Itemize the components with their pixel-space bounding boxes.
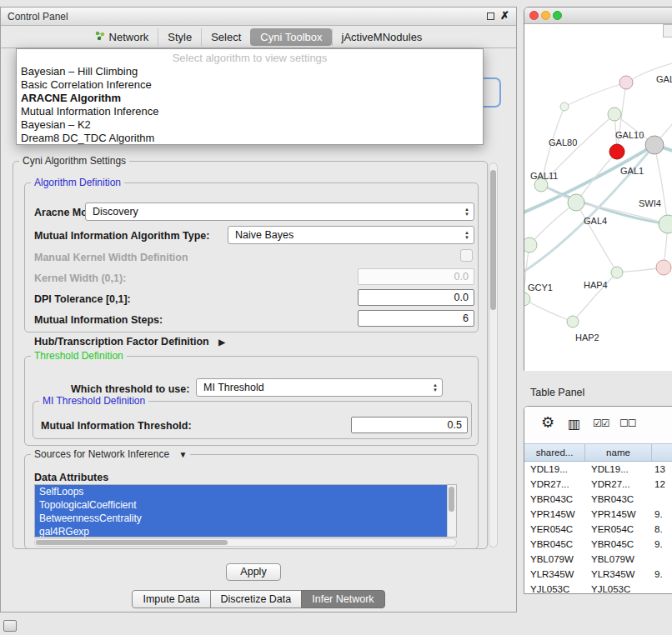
table-row[interactable]: YDR27...YDR27...12 [524, 477, 672, 492]
checked-boxes-icon[interactable]: ☑☑ [593, 418, 609, 429]
table-cell: YDR27... [524, 477, 585, 492]
tab-label: Style [168, 31, 192, 43]
attribute-item-betweennesscentrality[interactable]: BetweennessCentrality [35, 512, 447, 525]
algorithm-option-mutual-information-inference[interactable]: Mutual Information Inference [17, 105, 483, 118]
node-gal10-red[interactable] [609, 144, 624, 159]
table-row[interactable]: YBL079WYBL079W [524, 552, 672, 567]
table-row[interactable]: YLR345WYLR345W9. [524, 567, 672, 582]
zoom-traffic-light-icon[interactable] [553, 11, 562, 20]
threshold-definition-title: Threshold Definition [31, 350, 127, 362]
tab-network[interactable]: Network [86, 28, 158, 46]
table-row[interactable]: YBR043CYBR043C [524, 492, 672, 507]
column-header-3[interactable] [652, 444, 672, 461]
table-cell: 13 [652, 462, 672, 477]
node-gal4-green[interactable] [568, 194, 584, 211]
kernel-width-input[interactable] [358, 268, 474, 285]
settings-scrollbar[interactable] [489, 162, 498, 548]
network-scrollbar-stub[interactable] [663, 24, 672, 38]
node-label-gal4: GAL4 [584, 216, 607, 226]
table-body: YDL19...YDL19...13YDR27...YDR27...12YBR0… [524, 462, 672, 593]
expand-right-arrow-icon: ▶ [218, 338, 225, 347]
node-upper-green[interactable] [608, 108, 621, 121]
table-cell: 9. [652, 567, 672, 582]
column-header-1[interactable]: shared... [524, 444, 585, 461]
node-label-gal11: GAL11 [530, 171, 558, 181]
algorithm-option-bayesian-k2[interactable]: Bayesian – K2 [17, 118, 483, 132]
node-hap2-green[interactable] [567, 316, 579, 328]
node-gcy1-green[interactable] [524, 292, 530, 306]
table-row[interactable]: YBR045CYBR045C9. [524, 537, 672, 552]
columns-icon[interactable]: ▥ [568, 416, 580, 432]
node-top-pink[interactable] [619, 76, 633, 89]
aracne-mode-select[interactable]: Discovery ▲▼ [85, 202, 474, 221]
network-edge[interactable] [524, 299, 573, 322]
close-traffic-light-icon[interactable] [529, 11, 539, 20]
bottom-tab-impute-data[interactable]: Impute Data [132, 590, 210, 608]
network-edge[interactable] [654, 145, 668, 224]
table-row[interactable]: YER054CYER054C8. [524, 522, 672, 537]
tab-jactivemnodules[interactable]: jActiveMNodules [332, 28, 432, 46]
mi-algorithm-type-label: Mutual Information Algorithm Type: [34, 229, 209, 242]
node-label-gal1: GAL1 [620, 166, 644, 176]
dropdown-arrows-icon: ▲▼ [429, 382, 442, 392]
which-threshold-select[interactable]: MI Threshold ▲▼ [196, 378, 443, 397]
node-gal1-gray[interactable] [645, 136, 664, 154]
algorithm-option-basic-correlation-inference[interactable]: Basic Correlation Inference [17, 78, 483, 92]
mi-threshold-input[interactable] [351, 417, 468, 433]
settings-scrollbar-thumb[interactable] [490, 170, 496, 310]
minimized-panel-icon[interactable] [3, 620, 17, 632]
attributes-hscrollbar[interactable] [34, 538, 457, 547]
gear-icon[interactable]: ⚙ [541, 413, 554, 432]
algorithm-option-bayesian-hill-climbing[interactable]: Bayesian – Hill Climbing [17, 65, 483, 78]
network-edge[interactable] [564, 82, 626, 107]
table-cell: YBR043C [585, 492, 652, 507]
attribute-item-gal4rgexp[interactable]: gal4RGexp [35, 525, 447, 537]
network-window-titlebar[interactable] [524, 8, 672, 24]
mi-algorithm-type-value: Naive Bayes [228, 229, 460, 241]
algorithm-option-dream8-dc-tdc-algorithm[interactable]: Dream8 DC_TDC Algorithm [17, 132, 483, 145]
column-header-2[interactable]: name [585, 444, 652, 461]
attribute-item-selfloops[interactable]: SelfLoops [35, 485, 447, 498]
algorithm-option-aracne-algorithm[interactable]: ARACNE Algorithm [17, 92, 483, 105]
mi-algorithm-type-select[interactable]: Naive Bayes ▲▼ [228, 226, 474, 244]
bottom-tab-discretize-data[interactable]: Discretize Data [210, 590, 303, 608]
node-right-pink[interactable] [656, 260, 671, 275]
bottom-tab-infer-network[interactable]: Infer Network [301, 590, 384, 608]
attribute-item-topologicalcoefficient[interactable]: TopologicalCoefficient [35, 498, 447, 512]
dpi-tolerance-input[interactable] [358, 289, 474, 306]
minimize-traffic-light-icon[interactable] [541, 11, 550, 20]
apply-button[interactable]: Apply [226, 563, 281, 581]
table-row[interactable]: YPR145WYPR145W9. [524, 507, 672, 522]
dropdown-arrows-icon: ▲▼ [460, 230, 474, 240]
hub-section-toggle[interactable]: Hub/Transcription Factor Definition ▶ [34, 335, 225, 349]
tab-cyni-toolbox[interactable]: Cyni Toolbox [250, 28, 331, 46]
table-cell: YER054C [524, 522, 585, 537]
network-edge[interactable] [529, 202, 576, 245]
manual-kernel-checkbox[interactable] [460, 249, 473, 262]
algorithm-placeholder-option[interactable]: Select algorithm to view settings [17, 51, 483, 65]
window-title: Control Panel [8, 11, 68, 22]
attributes-hscrollbar-thumb[interactable] [36, 540, 228, 545]
network-edge[interactable] [524, 145, 654, 274]
attributes-vscrollbar[interactable] [447, 485, 456, 537]
node-small-left[interactable] [560, 102, 569, 111]
close-icon[interactable]: ✗ [500, 9, 509, 22]
table-row[interactable]: YDL19...YDL19...13 [524, 462, 672, 477]
tab-select[interactable]: Select [201, 28, 250, 46]
attributes-vscrollbar-thumb[interactable] [449, 487, 454, 512]
network-canvas[interactable]: GALGAL80GAL10GAL11GAL1SWI4GAL4GCY1HAP4HA… [524, 24, 672, 371]
mi-steps-input[interactable] [358, 310, 474, 327]
sources-group-toggle[interactable]: Sources for Network Inference ▼ [31, 448, 190, 460]
table-row[interactable]: YJL053CYJL053C [524, 582, 672, 593]
control-panel-titlebar[interactable]: Control Panel ✗ [1, 8, 516, 26]
unchecked-boxes-icon[interactable]: ☐☐ [619, 418, 636, 429]
network-tab-icon [95, 31, 106, 43]
tab-style[interactable]: Style [158, 28, 201, 46]
table-cell: YLR345W [524, 567, 585, 582]
float-window-icon[interactable] [487, 12, 494, 20]
algorithm-dropdown-popup: Select algorithm to view settings Bayesi… [16, 48, 484, 145]
node-hap4-green[interactable] [611, 267, 623, 278]
node-left-green[interactable] [524, 238, 537, 252]
node-swi4-green[interactable] [659, 215, 672, 233]
network-edge[interactable] [576, 202, 617, 272]
